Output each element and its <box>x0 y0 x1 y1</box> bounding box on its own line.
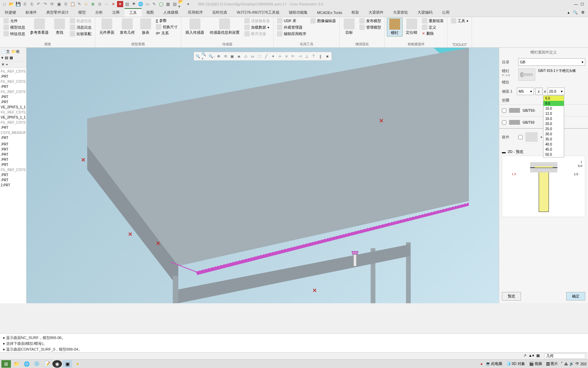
qat-pencil-icon[interactable]: ✎ <box>151 1 157 7</box>
length-option[interactable]: 12.0 <box>543 111 564 116</box>
tab-typical[interactable]: 典型零件设计 <box>42 9 74 16</box>
tray-3d[interactable]: 🧊3D 对象 <box>505 361 526 366</box>
tab-model[interactable]: 模型 <box>74 9 91 16</box>
tab-wjt276[interactable]: WJT276-IIWJT276工具箱 <box>232 9 284 16</box>
qat-x-icon[interactable]: ✕ <box>110 1 116 7</box>
tab-aux[interactable]: 辅助功能集 <box>284 9 312 16</box>
btn-component[interactable]: 元件 <box>2 18 27 24</box>
tray-clock[interactable]: 202 <box>581 362 587 366</box>
chrome-icon[interactable]: 🌐 <box>22 360 31 368</box>
tree-close-icon[interactable]: ✕ <box>1 62 4 67</box>
tree-tab-doc[interactable]: 📄文 <box>1 49 10 54</box>
btn-toggledim[interactable]: 切换尺寸 <box>154 24 179 30</box>
tree-item[interactable]: FIL_REF_CSYS <box>1 110 26 115</box>
btn-appearance[interactable]: 外观管理器 <box>276 24 308 30</box>
qat-saveas-icon[interactable]: ⎘ <box>22 1 28 7</box>
length-option[interactable]: 10.0 <box>543 106 564 111</box>
btn-compintf[interactable]: 元件界面 <box>97 18 116 36</box>
skype-icon[interactable]: Ⓢ <box>32 360 42 368</box>
tab-realtime[interactable]: 实时仿真 <box>208 9 232 16</box>
length-select[interactable]: 20.0▾ 6.08.010.012.016.020.025.030.035.0… <box>548 88 565 95</box>
tray-net-icon[interactable]: 🖧 <box>564 362 568 366</box>
length-option[interactable]: 40.0 <box>543 142 564 147</box>
btn-msglog[interactable]: 消息日志 <box>68 24 93 30</box>
qat-win-icon[interactable]: ▣ <box>56 1 62 7</box>
btn-modelinfo[interactable]: 模型信息 <box>2 24 27 30</box>
btn-sensorinfo[interactable]: 传感器信息和设置 <box>208 18 242 36</box>
washer1-slot[interactable] <box>509 108 520 113</box>
gear-tab-icon[interactable]: ⚙ <box>581 10 585 15</box>
btn-featinfo[interactable]: 特征信息 <box>2 31 27 37</box>
tree-item[interactable]: FIL_REF_CSYS_ <box>1 89 26 94</box>
tree-item[interactable]: FIL_REF_CSYS_ <box>1 167 26 172</box>
btn-params[interactable]: []参数 <box>154 18 179 24</box>
qat-target-icon[interactable]: ⊙ <box>97 1 103 7</box>
btn-famtab[interactable]: 族表 <box>138 18 153 36</box>
tree-item[interactable]: .PRT <box>1 172 26 178</box>
tree-icon3[interactable]: ▦ <box>10 56 13 60</box>
btn-define[interactable]: 定义 <box>421 24 445 30</box>
washer1-checkbox[interactable] <box>502 108 506 113</box>
tray-ime-icon[interactable]: 中 <box>575 361 579 366</box>
sf-icon2[interactable]: ▲▾ <box>528 353 534 359</box>
washer2-slot[interactable] <box>509 120 520 125</box>
qat-note-icon[interactable]: ✎ <box>76 1 82 7</box>
tab-annot[interactable]: 注释 <box>108 9 125 16</box>
tray-vol-icon[interactable]: 🔊 <box>569 362 574 366</box>
btn-screw[interactable]: 螺钉 <box>387 18 403 36</box>
wps-icon[interactable]: 📝 <box>42 360 52 368</box>
tree-icon2[interactable]: ▤ <box>5 56 8 60</box>
qat-globe-icon[interactable]: 🌐 <box>137 1 144 7</box>
length-option[interactable]: 30.0 <box>543 132 564 137</box>
btn-udf[interactable]: UDF 库 <box>276 18 308 24</box>
btn-find[interactable]: 查找 <box>52 18 67 36</box>
qat-new-icon[interactable]: □ <box>1 1 7 7</box>
tab-view[interactable]: 视图 <box>142 9 159 16</box>
btn-tools[interactable]: 工具▾ <box>450 18 470 24</box>
qat-undo-icon[interactable]: ↶ <box>35 1 42 7</box>
btn-loaddata[interactable]: 加载数据▾ <box>243 24 271 30</box>
tree-item[interactable]: .PRT <box>1 147 26 152</box>
tree-item[interactable]: .PRT <box>1 157 26 162</box>
btn-pubmodel[interactable]: 发布模型 <box>358 18 382 24</box>
tree-icon1[interactable]: ▾ <box>1 56 3 60</box>
tree-item[interactable]: .PRT <box>1 152 26 157</box>
length-option[interactable]: 6.0 <box>543 96 564 101</box>
length-option[interactable]: 20.0 <box>543 121 564 126</box>
explorer-icon[interactable]: 📁 <box>12 360 21 368</box>
tree-item[interactable]: .PRT <box>1 135 26 140</box>
tree-item[interactable]: .PRT <box>1 84 26 89</box>
tree-tab-fav[interactable]: 📁收 <box>11 49 20 54</box>
creo-icon[interactable]: ▣ <box>63 360 72 368</box>
qat-circle-icon[interactable]: ◯ <box>158 1 164 7</box>
tree-item[interactable]: .PRT <box>1 178 26 183</box>
qat-open2-icon[interactable]: 📂▾ <box>178 1 184 7</box>
tree-item[interactable]: FIL_REF_CSYS <box>1 79 26 84</box>
btn-target[interactable]: 目标 <box>342 18 357 36</box>
nut-checkbox[interactable] <box>518 135 523 139</box>
sf-icon3[interactable]: ▦ <box>536 353 540 359</box>
tree-item[interactable]: .PRT <box>1 99 26 105</box>
tree-item[interactable]: .PRT <box>1 162 26 167</box>
qat-dd-icon[interactable]: ▾ <box>185 1 191 7</box>
thread-icon[interactable]: ⫾ <box>535 88 543 95</box>
filter-input[interactable] <box>544 353 585 359</box>
length-option[interactable]: 35.0 <box>543 137 564 142</box>
tree-add-icon[interactable]: + <box>6 62 8 67</box>
qat-smiley-icon[interactable]: ☺ <box>83 1 89 7</box>
tab-app[interactable]: 应用程序 <box>183 9 208 16</box>
tab-public[interactable]: 公用 <box>437 9 454 16</box>
washer2-checkbox[interactable] <box>502 120 506 125</box>
tab-mcadex[interactable]: MCADEx Tools <box>312 9 347 16</box>
screw-thumbnail[interactable] <box>518 68 535 81</box>
btn-disconnect[interactable]: 断开连接 <box>243 31 271 37</box>
tray-up-icon[interactable]: ˄ <box>561 362 563 366</box>
tray-video[interactable]: 🎬视频 <box>528 361 543 366</box>
tree-item[interactable]: VE_2PNTS_1_1 <box>1 115 26 120</box>
collapse-2d-icon[interactable]: ▬ <box>502 150 506 154</box>
tab-beam2[interactable]: 大梁齿轮 <box>388 9 413 16</box>
qat-grid-icon[interactable]: ▦ <box>165 1 171 7</box>
qat-redo-icon[interactable]: ↷ <box>42 1 48 7</box>
tree-item[interactable]: .PRT <box>1 125 26 130</box>
qat-open-icon[interactable]: 📂 <box>8 1 14 7</box>
